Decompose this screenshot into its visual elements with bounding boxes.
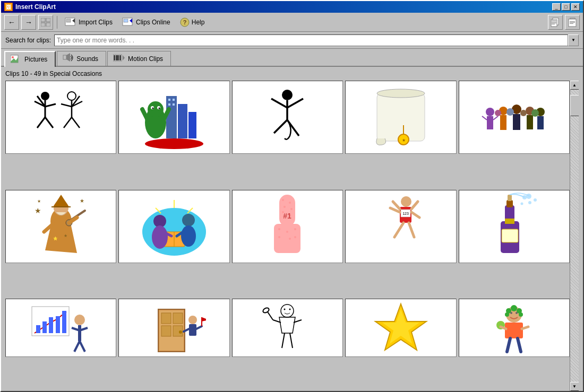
search-input[interactable] (54, 34, 568, 46)
main-content: Clips 10 - 49 in Special Occasions (1, 67, 583, 391)
scroll-thumb[interactable] (570, 95, 579, 116)
svg-point-89 (531, 109, 539, 117)
forward-button[interactable]: → (21, 15, 36, 30)
search-dropdown-button[interactable]: ▼ (568, 34, 579, 46)
svg-rect-20 (570, 21, 575, 22)
svg-point-178 (281, 304, 294, 317)
svg-rect-169 (161, 326, 171, 336)
tab-pictures[interactable]: Pictures (4, 51, 56, 67)
search-bar: Search for clips: ▼ (1, 32, 583, 49)
clip-item-15[interactable] (459, 299, 570, 357)
minimize-button[interactable]: _ (552, 3, 561, 11)
svg-point-194 (519, 312, 523, 317)
svg-marker-27 (66, 53, 70, 62)
svg-rect-69 (377, 93, 425, 141)
svg-text:?: ? (183, 19, 186, 25)
svg-rect-8 (124, 19, 128, 22)
clip-item-12[interactable] (118, 299, 229, 357)
svg-text:★: ★ (35, 206, 41, 215)
svg-rect-146 (505, 219, 514, 224)
clip-item-5[interactable] (459, 81, 570, 154)
clip-item-10[interactable] (459, 190, 570, 263)
svg-line-163 (74, 341, 80, 352)
clip-item-11[interactable] (5, 299, 116, 357)
import-clips-button[interactable]: Import Clips (61, 15, 116, 30)
svg-point-60 (159, 108, 160, 109)
clip-item-13[interactable] (232, 299, 343, 357)
svg-point-126 (278, 228, 280, 230)
motion-clips-tab-icon (113, 53, 125, 64)
toolbar-separator-1 (57, 16, 57, 29)
paste-button[interactable] (565, 15, 580, 30)
svg-rect-157 (56, 316, 60, 333)
clip-item-4[interactable]: ★ (345, 81, 456, 154)
svg-line-183 (268, 312, 273, 320)
clip-item-2[interactable] (118, 81, 229, 154)
scroll-up-button[interactable]: ▲ (570, 81, 579, 90)
svg-point-118 (282, 199, 284, 201)
svg-line-61 (142, 109, 148, 120)
svg-rect-197 (505, 323, 523, 338)
vertical-scrollbar: ▲ ▼ (570, 81, 579, 391)
svg-point-119 (289, 202, 291, 204)
svg-point-120 (284, 206, 286, 208)
clip-item-9[interactable]: 123 (345, 190, 456, 263)
svg-line-77 (493, 116, 498, 120)
help-button[interactable]: ? Help (176, 15, 209, 30)
svg-marker-96 (53, 195, 69, 207)
tab-motion-clips-label: Motion Clips (128, 55, 163, 63)
maximize-button[interactable]: □ (562, 3, 570, 11)
clip-item-3[interactable] (232, 81, 343, 154)
svg-rect-83 (527, 115, 533, 129)
svg-line-137 (411, 212, 419, 217)
svg-point-109 (152, 225, 168, 249)
copy-button[interactable] (548, 15, 563, 30)
svg-rect-0 (41, 18, 45, 22)
all-categories-button[interactable] (38, 15, 53, 30)
svg-line-186 (290, 333, 293, 348)
svg-point-111 (181, 225, 196, 247)
svg-line-66 (287, 99, 303, 108)
grid-container: ★ (5, 81, 579, 391)
svg-point-172 (188, 316, 197, 324)
svg-line-164 (80, 341, 85, 352)
svg-line-185 (282, 333, 285, 348)
svg-line-76 (482, 116, 487, 120)
svg-rect-52 (173, 99, 175, 101)
svg-line-67 (274, 120, 287, 133)
svg-point-63 (282, 90, 293, 100)
clip-item-14[interactable] (345, 299, 456, 357)
clips-online-button[interactable]: Clips Online (118, 15, 174, 30)
svg-point-59 (152, 108, 154, 109)
clip-item-7[interactable] (118, 190, 229, 263)
svg-rect-168 (173, 313, 183, 324)
svg-rect-145 (508, 195, 512, 201)
scroll-track[interactable] (570, 90, 579, 382)
svg-marker-177 (202, 317, 206, 321)
svg-rect-51 (168, 99, 170, 101)
svg-rect-5 (66, 19, 71, 22)
svg-text:123: 123 (402, 212, 409, 215)
svg-rect-48 (166, 96, 177, 138)
back-button[interactable]: ← (4, 15, 19, 30)
svg-line-139 (409, 223, 414, 237)
tab-motion-clips[interactable]: Motion Clips (107, 51, 171, 66)
svg-line-45 (72, 117, 80, 128)
sounds-tab-icon (63, 53, 73, 64)
svg-rect-21 (570, 22, 575, 23)
svg-point-33 (41, 92, 49, 100)
svg-rect-155 (42, 321, 47, 333)
svg-point-150 (526, 194, 531, 199)
svg-point-87 (506, 108, 514, 116)
clip-item-1[interactable] (5, 81, 116, 154)
clip-item-8[interactable]: #1 (232, 190, 343, 263)
tab-sounds[interactable]: Sounds (57, 51, 106, 66)
svg-line-141 (411, 202, 418, 209)
toolbar-right (548, 15, 580, 30)
svg-marker-30 (123, 55, 125, 60)
clip-item-6[interactable]: ★ ★ ⭐ (5, 190, 116, 263)
close-button[interactable]: ✕ (571, 3, 580, 11)
svg-line-175 (196, 326, 202, 329)
svg-point-130 (289, 238, 291, 240)
scroll-down-button[interactable]: ▼ (570, 382, 579, 391)
